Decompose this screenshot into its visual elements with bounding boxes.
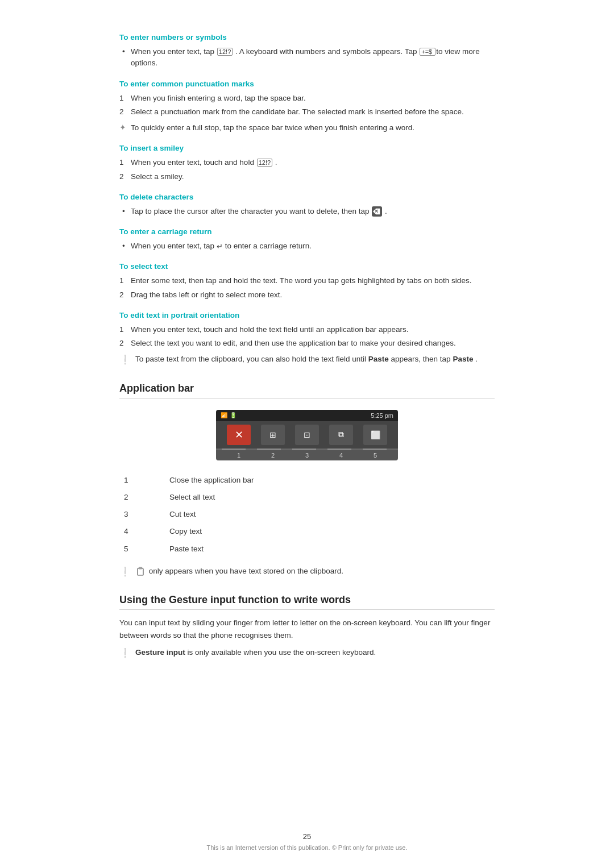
section-edit-portrait: To edit text in portrait orientation Whe… (119, 311, 495, 366)
app-bar-num-4: 4 (119, 523, 165, 540)
smiley-step2: Select a smiley. (119, 171, 495, 182)
smiley-list: When you enter text, touch and hold 12!?… (119, 157, 495, 182)
app-bar-image: 📶 🔋 5:25 pm ✕ ⊞ ⊡ ⧉ ⬜ (119, 410, 495, 460)
clipboard-icon (136, 567, 146, 576)
select-text-step2: Drag the tabs left or right to select mo… (119, 289, 495, 301)
edit-portrait-tip-text: To paste text from the clipboard, you ca… (135, 354, 478, 365)
app-bar-table: 1 Close the application bar 2 Select all… (119, 472, 495, 558)
edit-portrait-step2: Select the text you want to edit, and th… (119, 338, 495, 349)
toolbar-status-icons: 📶 🔋 (221, 412, 237, 418)
gesture-tip-text: Gesture input is only available when you… (135, 647, 376, 658)
toolbar-num-1: 1 (227, 452, 251, 459)
gesture-section: Using the Gesture input function to writ… (119, 594, 495, 658)
toolbar-num-2: 2 (261, 452, 285, 459)
heading-carriage: To enter a carriage return (119, 227, 495, 236)
enter-numbers-list: When you enter text, tap 12!? . A keyboa… (119, 46, 495, 69)
toolbar-btn-5[interactable]: ⬜ (363, 425, 387, 445)
app-bar-num-5: 5 (119, 541, 165, 558)
app-bar-num-3: 3 (119, 506, 165, 523)
toolbar-status-bar: 📶 🔋 5:25 pm (216, 410, 398, 421)
heading-select-text: To select text (119, 262, 495, 271)
heading-enter-numbers: To enter numbers or symbols (119, 33, 495, 41)
toolbar-btn-4[interactable]: ⧉ (329, 425, 353, 445)
app-bar-mockup: 📶 🔋 5:25 pm ✕ ⊞ ⊡ ⧉ ⬜ (216, 410, 398, 460)
footer-note: This is an Internet version of this publ… (0, 844, 614, 851)
edit-portrait-tip: ❕ To paste text from the clipboard, you … (119, 354, 495, 365)
page-number: 25 (0, 832, 614, 841)
application-bar-section: Application bar 📶 🔋 5:25 pm ✕ ⊞ ⊡ ⧉ (119, 383, 495, 578)
svg-rect-1 (139, 567, 142, 569)
signal-icon: 📶 (221, 412, 227, 418)
select-text-step1: Enter some text, then tap and hold the t… (119, 275, 495, 286)
carriage-list: When you enter text, tap ↵ to enter a ca… (119, 240, 495, 252)
exclaim-tip-icon: ❕ (119, 354, 131, 365)
app-bar-num-2: 2 (119, 489, 165, 506)
app-bar-row-5: 5 Paste text (119, 541, 495, 558)
section-smiley: To insert a smiley When you enter text, … (119, 144, 495, 182)
app-bar-desc-5: Paste text (165, 541, 495, 558)
return-arrow-icon: ↵ (217, 241, 223, 252)
app-bar-row-2: 2 Select all text (119, 489, 495, 506)
toolbar-btn-1[interactable]: ✕ (227, 425, 251, 445)
punctuation-list: When you finish entering a word, tap the… (119, 93, 495, 118)
gesture-title: Using the Gesture input function to writ… (119, 594, 495, 610)
toolbar-num-5: 5 (363, 452, 387, 459)
app-bar-tip-text: only appears when you have text stored o… (135, 566, 343, 577)
app-bar-desc-1: Close the application bar (165, 472, 495, 489)
smiley-step1: When you enter text, touch and hold 12!?… (119, 157, 495, 168)
app-bar-exclaim-icon: ❕ (119, 566, 131, 577)
code-plus: +=$ (420, 48, 435, 56)
app-bar-desc-4: Copy text (165, 523, 495, 540)
toolbar-time: 5:25 pm (371, 412, 393, 419)
section-select-text: To select text Enter some text, then tap… (119, 262, 495, 301)
edit-portrait-step1: When you enter text, touch and hold the … (119, 324, 495, 335)
backspace-icon (372, 206, 382, 217)
app-bar-tip: ❕ only appears when you have text stored… (119, 566, 495, 577)
toolbar-num-4: 4 (329, 452, 353, 459)
heading-punctuation: To enter common punctuation marks (119, 80, 495, 88)
svg-rect-0 (138, 568, 143, 575)
punctuation-tip-text: To quickly enter a full stop, tap the sp… (131, 122, 414, 134)
toolbar-buttons-row: ✕ ⊞ ⊡ ⧉ ⬜ (216, 421, 398, 448)
delete-bullet: Tap to place the cursor after the charac… (119, 206, 495, 217)
gesture-body: You can input text by sliding your finge… (119, 617, 495, 641)
app-bar-desc-2: Select all text (165, 489, 495, 506)
section-carriage: To enter a carriage return When you ente… (119, 227, 495, 252)
toolbar-separator (216, 448, 398, 450)
punctuation-step2: Select a punctuation mark from the candi… (119, 106, 495, 118)
heading-edit-portrait: To edit text in portrait orientation (119, 311, 495, 319)
section-delete: To delete characters Tap to place the cu… (119, 193, 495, 217)
gesture-tip: ❕ Gesture input is only available when y… (119, 647, 495, 658)
punctuation-step1: When you finish entering a word, tap the… (119, 93, 495, 104)
battery-icon: 🔋 (230, 412, 237, 418)
page-footer: 25 This is an Internet version of this p… (0, 832, 614, 851)
app-bar-title: Application bar (119, 383, 495, 398)
code-1217: 12!? (217, 48, 233, 56)
toolbar-numbers-row: 1 2 3 4 5 (216, 450, 398, 460)
heading-delete: To delete characters (119, 193, 495, 201)
enter-numbers-bullet: When you enter text, tap 12!? . A keyboa… (119, 46, 495, 69)
section-punctuation: To enter common punctuation marks When y… (119, 80, 495, 134)
heading-smiley: To insert a smiley (119, 144, 495, 152)
section-enter-numbers: To enter numbers or symbols When you ent… (119, 33, 495, 69)
star-tip-icon: ✦ (119, 123, 126, 132)
code-smiley-1217: 12!? (257, 159, 272, 167)
edit-portrait-list: When you enter text, touch and hold the … (119, 324, 495, 350)
gesture-exclaim-icon: ❕ (119, 647, 131, 658)
carriage-bullet: When you enter text, tap ↵ to enter a ca… (119, 240, 495, 252)
toolbar-btn-2[interactable]: ⊞ (261, 425, 285, 445)
toolbar-btn-3[interactable]: ⊡ (295, 425, 319, 445)
delete-list: Tap to place the cursor after the charac… (119, 206, 495, 217)
app-bar-row-3: 3 Cut text (119, 506, 495, 523)
app-bar-desc-3: Cut text (165, 506, 495, 523)
app-bar-num-1: 1 (119, 472, 165, 489)
punctuation-tip: ✦ To quickly enter a full stop, tap the … (119, 122, 495, 134)
toolbar-num-3: 3 (295, 452, 319, 459)
app-bar-row-1: 1 Close the application bar (119, 472, 495, 489)
select-text-list: Enter some text, then tap and hold the t… (119, 275, 495, 301)
app-bar-row-4: 4 Copy text (119, 523, 495, 540)
